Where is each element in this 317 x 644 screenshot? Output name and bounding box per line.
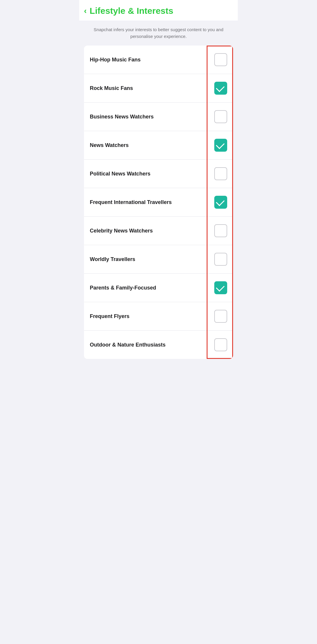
checkbox-business-news-watchers[interactable] [214,110,227,123]
item-label-business-news-watchers: Business News Watchers [90,114,214,120]
checkbox-news-watchers[interactable] [214,139,227,152]
item-label-political-news-watchers: Political News Watchers [90,171,214,177]
item-label-frequent-flyers: Frequent Flyers [90,313,214,320]
checkbox-celebrity-news-watchers[interactable] [214,224,227,237]
list-item-frequent-flyers: Frequent Flyers [84,302,233,331]
item-label-parents-family-focused: Parents & Family-Focused [90,285,214,291]
checkbox-frequent-flyers[interactable] [214,310,227,323]
page-title: Lifestyle & Interests [90,6,173,16]
item-label-news-watchers: News Watchers [90,142,214,148]
list-item-news-watchers: News Watchers [84,131,233,160]
item-label-hip-hop-music-fans: Hip-Hop Music Fans [90,57,214,63]
checkbox-rock-music-fans[interactable] [214,82,227,95]
item-label-worldly-travellers: Worldly Travellers [90,256,214,262]
list-item-outdoor-nature-enthusiasts: Outdoor & Nature Enthusiasts [84,331,233,359]
list-item-hip-hop-music-fans: Hip-Hop Music Fans [84,46,233,74]
list-item-rock-music-fans: Rock Music Fans [84,74,233,103]
checkbox-outdoor-nature-enthusiasts[interactable] [214,338,227,351]
list-item-business-news-watchers: Business News Watchers [84,103,233,131]
interests-list: Hip-Hop Music FansRock Music FansBusines… [84,46,233,359]
list-item-parents-family-focused: Parents & Family-Focused [84,274,233,302]
checkbox-parents-family-focused[interactable] [214,281,227,294]
list-item-frequent-international-travellers: Frequent International Travellers [84,188,233,217]
checkbox-frequent-international-travellers[interactable] [214,196,227,209]
item-label-outdoor-nature-enthusiasts: Outdoor & Nature Enthusiasts [90,342,214,348]
checkbox-political-news-watchers[interactable] [214,167,227,180]
item-label-frequent-international-travellers: Frequent International Travellers [90,199,214,205]
list-item-worldly-travellers: Worldly Travellers [84,245,233,274]
back-button[interactable]: ‹ [84,7,87,15]
item-label-celebrity-news-watchers: Celebrity News Watchers [90,228,214,234]
description-section: Snapchat infers your interests to better… [79,21,238,46]
list-item-celebrity-news-watchers: Celebrity News Watchers [84,217,233,245]
item-label-rock-music-fans: Rock Music Fans [90,85,214,91]
list-item-political-news-watchers: Political News Watchers [84,160,233,188]
checkbox-hip-hop-music-fans[interactable] [214,53,227,66]
description-text: Snapchat infers your interests to better… [86,26,231,40]
checkbox-worldly-travellers[interactable] [214,253,227,266]
header: ‹ Lifestyle & Interests [79,0,238,21]
